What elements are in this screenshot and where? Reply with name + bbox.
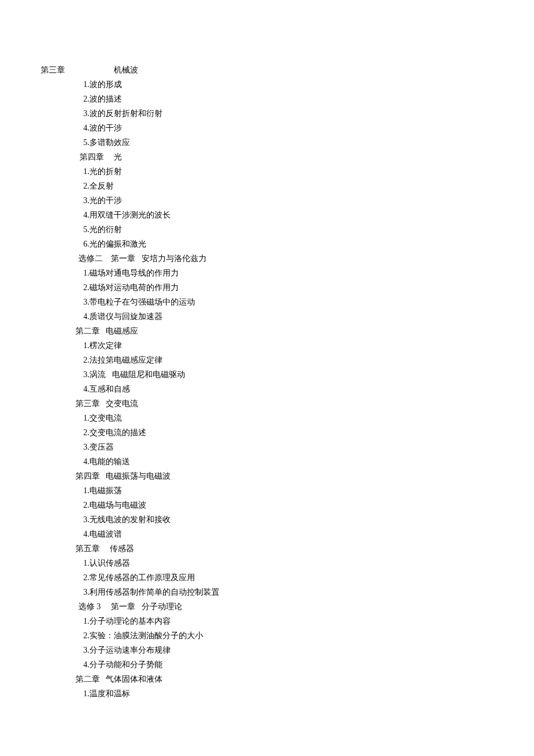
section-item-text: 3.带电粒子在匀强磁场中的运动 (84, 298, 196, 306)
section-item-text: 4.分子动能和分子势能 (84, 660, 163, 669)
spacer (41, 95, 84, 103)
spacer (41, 196, 84, 205)
section-item-text: 1.温度和温标 (84, 689, 131, 698)
section-item-text: 2.电磁场与电磁波 (84, 501, 147, 509)
spacer (41, 225, 84, 234)
section-item: 3.利用传感器制作简单的自动控制装置 (41, 586, 493, 598)
section-item-text: 2.交变电流的描述 (84, 428, 147, 437)
spacer (41, 544, 75, 553)
section-item: 3.带电粒子在匀强磁场中的运动 (41, 296, 493, 308)
spacer (41, 486, 84, 495)
section-item-text: 2.常见传感器的工作原理及应用 (84, 573, 196, 582)
section-item: 4.质谱仪与回旋加速器 (41, 310, 493, 323)
section-item: 4.用双缝干涉测光的波长 (41, 209, 493, 221)
section-item: 4.波的干涉 (41, 122, 493, 134)
section-item-text: 1.交变电流 (84, 414, 122, 422)
section-item-text: 3.涡流 电磁阻尼和电磁驱动 (84, 370, 185, 379)
section-item: 3.光的干涉 (41, 194, 493, 207)
section-item-text: 2.波的描述 (84, 95, 122, 103)
section-item: 1.楞次定律 (41, 339, 493, 352)
chapter-title: 第五章 传感器 (75, 544, 135, 553)
spacer (41, 414, 84, 422)
spacer (103, 254, 111, 263)
spacer (41, 80, 84, 89)
spacer (41, 660, 84, 669)
spacer (41, 573, 84, 582)
section-item-text: 3.分子运动速率分布规律 (84, 646, 171, 654)
chapter-header: 第三章 交变电流 (41, 397, 493, 410)
document-page: 第三章 机械波 1.波的形成 2.波的描述 3.波的反射折射和衍射 4.波的干涉… (0, 0, 534, 737)
section-item-text: 4.电磁波谱 (84, 530, 122, 538)
section-item: 5.多谱勒效应 (41, 136, 493, 149)
spacer (41, 167, 84, 176)
section-item: 1.波的形成 (41, 78, 493, 91)
section-item-text: 2.全反射 (84, 182, 114, 190)
chapter-header: 第三章 机械波 (41, 64, 493, 76)
section-item-text: 1.认识传感器 (84, 559, 131, 567)
spacer (41, 124, 84, 132)
section-item: 2.磁场对运动电荷的作用力 (41, 281, 493, 294)
spacer (41, 153, 80, 161)
spacer (41, 588, 84, 596)
spacer (41, 559, 84, 567)
spacer (41, 341, 84, 350)
section-item-text: 4.波的干涉 (84, 124, 122, 132)
spacer (41, 109, 84, 118)
section-item: 3.无线电波的发射和接收 (41, 513, 493, 526)
book-label: 选修二 (78, 254, 103, 263)
section-item-text: 4.质谱仪与回旋加速器 (84, 312, 163, 321)
section-item-text: 3.无线电波的发射和接收 (84, 515, 171, 524)
spacer (41, 457, 84, 466)
section-item-text: 3.波的反射折射和衍射 (84, 109, 163, 118)
section-item-text: 2.法拉第电磁感应定律 (84, 356, 163, 364)
section-item: 4.电磁波谱 (41, 528, 493, 540)
section-item: 1.磁场对通电导线的作用力 (41, 267, 493, 279)
chapter-title: 机械波 (114, 64, 138, 76)
spacer (41, 617, 84, 625)
section-item-text: 1.磁场对通电导线的作用力 (84, 269, 179, 277)
chapter-title: 第二章 电磁感应 (75, 327, 139, 335)
section-item: 1.电磁振荡 (41, 484, 493, 497)
section-item: 4.分子动能和分子势能 (41, 659, 493, 671)
spacer (41, 312, 84, 321)
section-item: 3.分子运动速率分布规律 (41, 644, 493, 656)
spacer (41, 689, 84, 698)
spacer (41, 138, 84, 147)
spacer (41, 370, 84, 379)
spacer (41, 385, 84, 393)
spacer (101, 602, 111, 611)
spacer (41, 240, 84, 248)
chapter-header: 第五章 传感器 (41, 542, 493, 555)
chapter-title: 第二章 气体固体和液体 (75, 675, 163, 683)
spacer (41, 327, 75, 335)
section-item-text: 6.光的偏振和激光 (84, 240, 147, 248)
section-item: 2.波的描述 (41, 93, 493, 105)
chapter-title: 第三章 交变电流 (75, 399, 139, 408)
section-item: 2.全反射 (41, 180, 493, 192)
section-item: 6.光的偏振和激光 (41, 238, 493, 250)
section-item-text: 5.多谱勒效应 (84, 138, 131, 147)
spacer (41, 428, 84, 437)
section-item-text: 1.分子动理论的基本内容 (84, 617, 171, 625)
section-item-text: 4.互感和自感 (84, 385, 131, 393)
section-item-text: 3.光的干涉 (84, 196, 122, 205)
section-item-text: 2.实验：油膜法测油酸分子的大小 (84, 631, 204, 640)
section-item: 2.交变电流的描述 (41, 426, 493, 439)
spacer (41, 631, 84, 640)
section-item: 1.分子动理论的基本内容 (41, 615, 493, 627)
chapter-header: 第四章 电磁振荡与电磁波 (41, 470, 493, 482)
section-item-text: 3.变压器 (84, 443, 114, 451)
section-item-text: 1.电磁振荡 (84, 486, 122, 495)
spacer (41, 269, 84, 277)
section-item: 1.光的折射 (41, 165, 493, 178)
chapter-label: 第三章 (41, 64, 65, 76)
spacer (41, 211, 84, 219)
section-item: 5.光的衍射 (41, 223, 493, 236)
spacer (41, 182, 84, 190)
spacer (65, 66, 114, 74)
section-item: 4.互感和自感 (41, 383, 493, 395)
spacer (41, 298, 84, 306)
chapter-title: 第四章 电磁振荡与电磁波 (75, 472, 171, 480)
section-item-text: 4.电能的输送 (84, 457, 131, 466)
section-item: 3.波的反射折射和衍射 (41, 107, 493, 120)
